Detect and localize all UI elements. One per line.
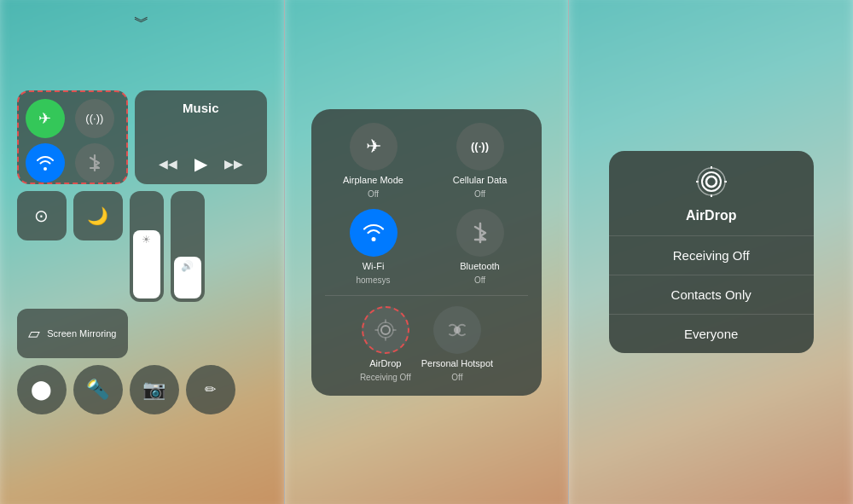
screen-mirroring-icon: ▱: [28, 324, 40, 343]
next-button[interactable]: ▶▶: [224, 157, 243, 171]
edit-button[interactable]: ✏: [186, 365, 235, 414]
svg-point-1: [378, 322, 393, 338]
svg-point-4: [702, 172, 721, 191]
row-3: ▱ Screen Mirroring: [17, 309, 267, 358]
moon-icon: 🌙: [87, 206, 108, 226]
airdrop-large-icon: [696, 166, 727, 203]
receiving-off-option[interactable]: Receiving Off: [609, 236, 814, 275]
airplane-mode-status: Off: [368, 189, 379, 199]
wifi-network: homesys: [356, 275, 390, 285]
screen-mirroring-button[interactable]: ▱ Screen Mirroring: [17, 309, 128, 358]
airplane-mode-circle: ✈: [350, 123, 397, 171]
hotspot-circle: [433, 306, 481, 354]
panel-1: ︾ ✈ ((·)): [0, 0, 284, 504]
svg-point-3: [706, 177, 717, 187]
connectivity-grid: ✈ Airplane Mode Off ((·)) Cellular Data …: [325, 123, 528, 285]
play-button[interactable]: ▶: [194, 154, 207, 174]
connectivity-panel: ✈ Airplane Mode Off ((·)) Cellular Data …: [311, 109, 542, 396]
panel2-divider: [325, 295, 528, 296]
wifi-label: Wi-Fi: [363, 261, 385, 271]
cellular-circle: ((·)): [456, 123, 504, 171]
screen-mirroring-label: Screen Mirroring: [47, 328, 116, 339]
cellular-label: Cellular Data: [453, 175, 508, 185]
wifi-circle: [350, 209, 397, 257]
cellular-data-item[interactable]: ((·)) Cellular Data Off: [432, 123, 528, 199]
connectivity-box: ✈ ((·)): [17, 90, 128, 184]
wifi-button[interactable]: [26, 143, 65, 182]
do-not-disturb-button[interactable]: 🌙: [73, 191, 123, 240]
volume-fill: 🔊: [174, 257, 201, 298]
lock-rotation-icon: ⊙: [34, 206, 49, 226]
row-2: ⊙ 🌙 ☀ 🔊: [17, 191, 267, 302]
cellular-button[interactable]: ((·)): [75, 99, 114, 138]
camera-button[interactable]: 📷: [130, 365, 179, 414]
camera-icon: 📷: [142, 379, 165, 401]
bluetooth-button[interactable]: [75, 143, 114, 182]
airplane-mode-label: Airplane Mode: [343, 175, 403, 185]
bottom-row: AirDrop Receiving Off Persona: [325, 306, 528, 382]
airplane-mode-button[interactable]: ✈: [26, 99, 65, 138]
edit-icon: ✏: [205, 381, 216, 397]
brightness-slider[interactable]: ☀: [130, 191, 164, 302]
airdrop-circle: [362, 306, 409, 354]
row-4: ⬤ 🔦 📷 ✏: [17, 365, 267, 414]
flashlight-icon: 🔦: [86, 379, 109, 401]
contacts-only-option[interactable]: Contacts Only: [609, 275, 814, 314]
airdrop-item[interactable]: AirDrop Receiving Off: [360, 306, 411, 382]
everyone-option[interactable]: Everyone: [609, 315, 814, 353]
bluetooth-item[interactable]: Bluetooth Off: [432, 209, 528, 285]
panel-3: AirDrop Receiving Off Contacts Only Ever…: [569, 0, 853, 504]
svg-point-0: [381, 326, 390, 334]
music-title: Music: [147, 101, 255, 115]
music-controls: ◀◀ ▶ ▶▶: [147, 154, 255, 174]
airplane-mode-item[interactable]: ✈ Airplane Mode Off: [325, 123, 421, 199]
record-icon: ⬤: [31, 379, 52, 401]
music-widget: Music ◀◀ ▶ ▶▶: [135, 90, 267, 184]
control-grid: ✈ ((·)): [17, 90, 267, 414]
airdrop-menu: AirDrop Receiving Off Contacts Only Ever…: [609, 151, 814, 353]
lock-rotation-button[interactable]: ⊙: [17, 191, 67, 240]
panel-2: ✈ Airplane Mode Off ((·)) Cellular Data …: [285, 0, 569, 504]
hotspot-item[interactable]: Personal Hotspot Off: [421, 306, 493, 382]
airdrop-status: Receiving Off: [360, 373, 411, 382]
flashlight-button[interactable]: 🔦: [73, 365, 123, 414]
airdrop-label: AirDrop: [369, 358, 401, 368]
brightness-fill: ☀: [133, 230, 160, 298]
bluetooth-label: Bluetooth: [460, 261, 499, 271]
chevron-icon: ︾: [134, 12, 149, 32]
airdrop-header: AirDrop: [609, 151, 814, 235]
hotspot-status: Off: [451, 373, 462, 382]
airdrop-menu-title: AirDrop: [686, 208, 737, 223]
bluetooth-circle: [456, 209, 504, 257]
bluetooth-status: Off: [474, 275, 485, 285]
cellular-status: Off: [474, 189, 485, 199]
record-button[interactable]: ⬤: [17, 365, 67, 414]
prev-button[interactable]: ◀◀: [159, 157, 177, 171]
hotspot-label: Personal Hotspot: [421, 358, 493, 368]
volume-slider[interactable]: 🔊: [171, 191, 205, 302]
wifi-item[interactable]: Wi-Fi homesys: [325, 209, 421, 285]
row-1: ✈ ((·)): [17, 90, 267, 184]
